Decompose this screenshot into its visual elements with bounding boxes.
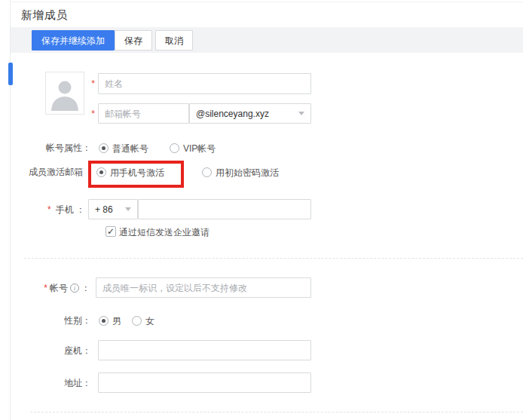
radio-activate-by-password[interactable] (202, 167, 212, 177)
radio-gender-female[interactable] (132, 316, 142, 326)
radio-gender-male-label[interactable]: 男 (112, 316, 121, 326)
account-id-input[interactable] (96, 277, 311, 298)
account-type-label: 帐号属性： (0, 143, 91, 153)
top-divider (11, 2, 523, 2)
radio-vip-account[interactable] (170, 143, 179, 153)
mobile-number-input[interactable] (138, 199, 311, 219)
add-member-page: 新增成员 保存并继续添加 保存 取消 * * @silenceyang.xyz … (0, 0, 523, 420)
name-input[interactable] (98, 73, 311, 94)
address-label: 地址： (0, 378, 91, 388)
save-and-continue-button[interactable]: 保存并继续添加 (32, 30, 115, 51)
name-required-mark: * (0, 78, 95, 89)
account-label: * 帐号 i ： (0, 283, 90, 293)
landline-input[interactable] (98, 340, 311, 360)
activation-label: 成员激活邮箱 (0, 167, 83, 177)
radio-normal-account-label[interactable]: 普通帐号 (112, 143, 148, 154)
bottom-divider (30, 412, 523, 412)
email-domain-value: @silenceyang.xyz (196, 109, 295, 119)
mobile-label: * 手机： (0, 204, 85, 215)
address-input[interactable] (98, 372, 311, 393)
radio-vip-account-label[interactable]: VIP帐号 (183, 143, 216, 154)
landline-label: 座机： (0, 345, 91, 356)
country-code-value: + 86 (95, 204, 122, 215)
page-title: 新增成员 (21, 8, 68, 23)
section-divider (24, 258, 523, 259)
gender-label: 性别： (0, 315, 91, 326)
email-required-mark: * (0, 109, 95, 119)
red-highlight-box (88, 161, 184, 188)
sms-invite-label[interactable]: 通过短信发送企业邀请 (119, 227, 210, 238)
save-button[interactable]: 保存 (115, 30, 152, 51)
radio-activate-by-password-label[interactable]: 用初始密码激活 (216, 167, 279, 178)
email-account-input[interactable] (98, 103, 189, 124)
radio-gender-female-label[interactable]: 女 (145, 316, 154, 326)
cancel-button[interactable]: 取消 (155, 30, 193, 51)
sms-invite-checkbox[interactable]: ✓ (106, 226, 116, 237)
info-icon[interactable]: i (70, 284, 79, 293)
radio-normal-account[interactable] (99, 143, 109, 153)
radio-gender-male[interactable] (99, 316, 109, 326)
country-code-select[interactable]: + 86 (88, 199, 138, 219)
email-domain-select[interactable]: @silenceyang.xyz (189, 103, 311, 124)
chevron-down-icon (125, 207, 131, 211)
chevron-down-icon (298, 112, 304, 115)
